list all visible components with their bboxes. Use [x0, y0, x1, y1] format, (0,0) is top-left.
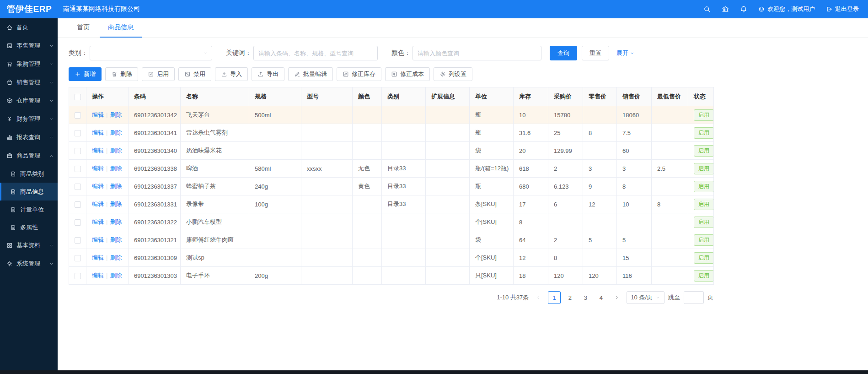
- reset-button[interactable]: 重置: [582, 46, 609, 60]
- cell: [426, 267, 470, 285]
- edit-link[interactable]: 编辑: [92, 165, 104, 172]
- column-header: 型号: [301, 87, 353, 106]
- enable-button[interactable]: 启用: [142, 67, 175, 81]
- keyword-input[interactable]: [253, 46, 378, 60]
- bell-icon[interactable]: [740, 5, 747, 13]
- edit-link[interactable]: 编辑: [92, 272, 104, 279]
- row-checkbox[interactable]: [75, 201, 81, 208]
- delete-link[interactable]: 删除: [110, 272, 122, 279]
- page-button-4[interactable]: 4: [595, 291, 607, 304]
- delete-link[interactable]: 删除: [110, 147, 122, 154]
- column-header: 单位: [470, 87, 514, 106]
- column-settings-button[interactable]: 列设置: [434, 67, 472, 81]
- sidebar-item-report[interactable]: 报表查询: [0, 128, 58, 146]
- sidebar-item-product[interactable]: 商品管理: [0, 146, 58, 165]
- tab-product-info[interactable]: 商品信息: [100, 18, 142, 38]
- page-button-1[interactable]: 1: [548, 291, 561, 304]
- row-checkbox[interactable]: [75, 255, 81, 261]
- cell: 2: [548, 160, 583, 178]
- expand-link[interactable]: 展开: [616, 49, 635, 57]
- welcome-user[interactable]: 欢迎您，测试用户: [758, 5, 815, 13]
- edit-link[interactable]: 编辑: [92, 147, 104, 154]
- cell: 12: [583, 195, 617, 213]
- sidebar-item-system[interactable]: 系统管理: [0, 255, 58, 273]
- doc-icon: [10, 171, 16, 177]
- sidebar-item-basic[interactable]: 基本资料: [0, 236, 58, 255]
- tab-home[interactable]: 首页: [69, 18, 98, 38]
- sidebar-item-home[interactable]: 首页: [0, 18, 58, 37]
- prev-page-button[interactable]: [532, 291, 544, 304]
- row-checkbox[interactable]: [75, 112, 81, 119]
- sidebar-item-label: 销售管理: [16, 78, 40, 87]
- delete-link[interactable]: 删除: [110, 165, 122, 172]
- color-input[interactable]: [413, 46, 541, 60]
- row-checkbox[interactable]: [75, 184, 81, 190]
- delete-link[interactable]: 删除: [110, 254, 122, 261]
- cell: 6901236301341: [129, 124, 181, 142]
- edit-link[interactable]: 编辑: [92, 201, 104, 207]
- row-checkbox[interactable]: [75, 166, 81, 172]
- delete-link[interactable]: 删除: [110, 183, 122, 190]
- select-all-checkbox[interactable]: [75, 94, 81, 100]
- edit-link[interactable]: 编辑: [92, 129, 104, 136]
- cell: [426, 195, 470, 213]
- disable-button[interactable]: 禁用: [178, 67, 211, 81]
- row-checkbox[interactable]: [75, 148, 81, 154]
- fix-cost-button[interactable]: 修正成本: [385, 67, 430, 81]
- row-checkbox[interactable]: [75, 237, 81, 244]
- basic-icon: [6, 242, 13, 249]
- row-checkbox[interactable]: [75, 273, 81, 279]
- fix-stock-button[interactable]: 修正库存: [337, 67, 381, 81]
- category-select[interactable]: [90, 46, 212, 60]
- logout-button[interactable]: 退出登录: [826, 5, 859, 13]
- batch-edit-button[interactable]: 批量编辑: [288, 67, 333, 81]
- cell: 120: [583, 267, 617, 285]
- sidebar-item-retail[interactable]: 零售管理: [0, 37, 58, 55]
- search-button[interactable]: 查询: [550, 46, 577, 60]
- cell: 瓶: [470, 178, 514, 195]
- page-button-2[interactable]: 2: [563, 291, 576, 304]
- cell: [353, 142, 382, 160]
- cell: [301, 231, 353, 249]
- add-button[interactable]: 新增: [69, 67, 102, 81]
- sidebar-item-finance[interactable]: 财务管理: [0, 110, 58, 128]
- delete-link[interactable]: 删除: [110, 111, 122, 118]
- sidebar-item-warehouse[interactable]: 仓库管理: [0, 92, 58, 110]
- status-cell: 启用: [688, 231, 714, 249]
- sidebar-item-multi-attr[interactable]: 多属性: [0, 218, 58, 236]
- delete-link[interactable]: 删除: [110, 129, 122, 136]
- logout-icon: [826, 6, 832, 12]
- cell: xxsxx: [301, 160, 353, 178]
- cell: [353, 249, 382, 267]
- sidebar-item-unit[interactable]: 计量单位: [0, 201, 58, 218]
- import-button[interactable]: 导入: [215, 67, 248, 81]
- button-label: 修正成本: [400, 70, 424, 78]
- sidebar-item-purchase[interactable]: 采购管理: [0, 55, 58, 73]
- export-button[interactable]: 导出: [252, 67, 284, 81]
- row-checkbox[interactable]: [75, 219, 81, 226]
- delete-link[interactable]: 删除: [110, 218, 122, 225]
- edit-link[interactable]: 编辑: [92, 254, 104, 261]
- edit-link[interactable]: 编辑: [92, 218, 104, 225]
- delete-button[interactable]: 删除: [105, 67, 138, 81]
- next-page-button[interactable]: [611, 291, 623, 304]
- sidebar-item-label: 采购管理: [16, 60, 40, 68]
- delete-link[interactable]: 删除: [110, 201, 122, 207]
- jump-page-input[interactable]: [684, 291, 704, 304]
- page-size-select[interactable]: 10 条/页: [627, 291, 664, 304]
- batch-edit-icon: [294, 71, 300, 77]
- row-checkbox[interactable]: [75, 130, 81, 136]
- cell: [353, 195, 382, 213]
- delete-link[interactable]: 删除: [110, 236, 122, 243]
- status-badge: 启用: [694, 252, 714, 264]
- edit-link[interactable]: 编辑: [92, 183, 104, 190]
- warehouse-icon: [6, 98, 13, 104]
- bank-icon[interactable]: [722, 5, 729, 13]
- sidebar-item-product-info[interactable]: 商品信息: [0, 183, 58, 201]
- search-icon[interactable]: [703, 5, 711, 13]
- edit-link[interactable]: 编辑: [92, 236, 104, 243]
- sidebar-item-product-category[interactable]: 商品类别: [0, 165, 58, 183]
- edit-link[interactable]: 编辑: [92, 111, 104, 118]
- page-button-3[interactable]: 3: [579, 291, 592, 304]
- sidebar-item-sales[interactable]: 销售管理: [0, 73, 58, 92]
